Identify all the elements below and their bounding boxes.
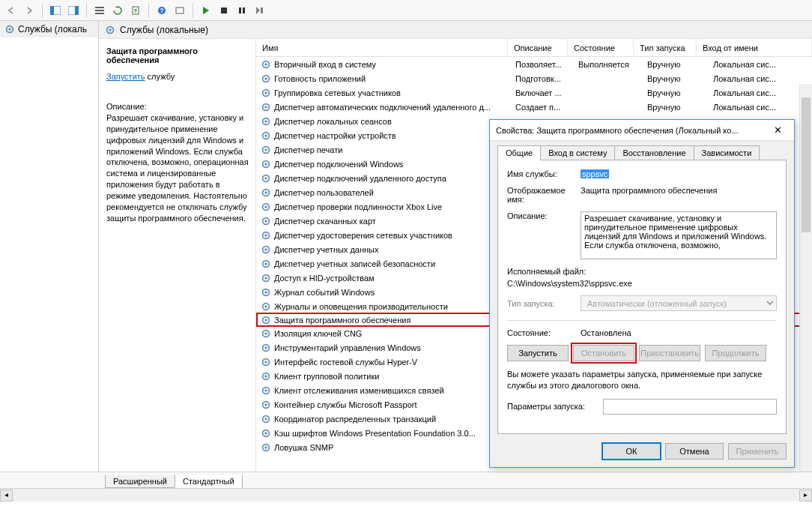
- svg-point-36: [264, 177, 267, 180]
- pause-icon[interactable]: [234, 2, 250, 19]
- svg-point-40: [264, 205, 267, 208]
- svc-logon: Локальная сис...: [713, 60, 812, 69]
- svc-startup: Вручную: [647, 88, 710, 97]
- svc-name: Диспетчер удостоверения сетевых участник…: [274, 231, 512, 240]
- cancel-button[interactable]: Отмена: [665, 443, 724, 460]
- svc-name: Ловушка SNMP: [274, 443, 512, 452]
- svc-name: Диспетчер пользователей: [274, 188, 512, 197]
- startup-select: Автоматически (отложенный запуск): [581, 295, 777, 311]
- vertical-scrollbar[interactable]: [799, 84, 812, 472]
- dialog-title: Свойства: Защита программного обеспечени…: [496, 126, 739, 135]
- svg-point-72: [264, 432, 267, 435]
- horizontal-scrollbar[interactable]: ◄ ►: [0, 488, 812, 502]
- svg-point-54: [264, 305, 267, 308]
- svc-name: Доступ к HID-устройствам: [274, 274, 512, 283]
- properties-dialog: Свойства: Защита программного обеспечени…: [489, 119, 795, 468]
- stop-button: Остановить: [573, 345, 634, 361]
- tab-general[interactable]: Общие: [497, 145, 541, 160]
- svc-name: Контейнер службы Microsoft Passport: [274, 400, 512, 409]
- svg-point-64: [264, 375, 267, 378]
- tab-logon[interactable]: Вход в систему: [540, 145, 615, 160]
- service-title: Защита программного обеспечения: [106, 46, 251, 64]
- col-desc[interactable]: Описание: [508, 39, 568, 56]
- desc-textarea[interactable]: Разрешает скачивание, установку и принуд…: [581, 211, 777, 259]
- svcname-value[interactable]: sppsvc: [581, 169, 609, 178]
- dispname-label: Отображаемое имя:: [507, 186, 575, 204]
- service-row[interactable]: Готовность приложенийПодготовк...Вручную…: [256, 71, 812, 85]
- start-button[interactable]: Запустить: [507, 345, 569, 361]
- stop-icon[interactable]: [216, 2, 232, 19]
- tab-deps[interactable]: Зависимости: [694, 145, 760, 160]
- svg-point-52: [264, 291, 267, 294]
- panel2-icon[interactable]: [65, 2, 82, 19]
- params-note: Вы можете указать параметры запуска, при…: [507, 369, 777, 391]
- svg-point-38: [264, 191, 267, 194]
- svc-name: Готовность приложений: [274, 74, 512, 83]
- svg-point-28: [264, 120, 267, 123]
- col-name[interactable]: Имя: [256, 39, 508, 56]
- help-icon[interactable]: ?: [154, 2, 170, 19]
- state-label: Состояние:: [507, 328, 575, 337]
- svc-startup: Вручную: [647, 74, 710, 83]
- svg-rect-14: [261, 7, 263, 13]
- svg-rect-13: [243, 7, 245, 13]
- svg-point-34: [264, 163, 267, 166]
- svc-name: Диспетчер локальных сеансов: [274, 117, 512, 126]
- svc-name: Координатор распределенных транзакций: [274, 415, 512, 424]
- filter-icon[interactable]: [172, 2, 188, 19]
- tree-item-services[interactable]: Службы (локаль: [0, 21, 98, 37]
- export-icon[interactable]: [127, 2, 144, 19]
- svc-name: Диспетчер учетных записей безопасности: [274, 259, 512, 268]
- col-state[interactable]: Состояние: [568, 39, 634, 56]
- svc-startup: Вручную: [647, 103, 710, 112]
- svc-name: Диспетчер проверки подлинности Xbox Live: [274, 202, 512, 211]
- svc-name: Кэш шрифтов Windows Presentation Foundat…: [274, 429, 512, 438]
- tab-recovery[interactable]: Восстановление: [614, 145, 694, 160]
- service-row[interactable]: Вторичный вход в системуПозволяет...Выпо…: [256, 57, 812, 71]
- start-link[interactable]: Запустить: [106, 72, 145, 81]
- exe-value: C:\Windows\system32\sppsvc.exe: [507, 279, 777, 288]
- refresh-icon[interactable]: [109, 2, 126, 19]
- play-icon[interactable]: [198, 2, 214, 19]
- svc-name: Изоляция ключей CNG: [274, 329, 512, 338]
- svg-point-22: [264, 77, 267, 80]
- svc-name: Клиент групповой политики: [274, 372, 512, 381]
- svg-point-50: [264, 277, 267, 280]
- svg-point-74: [264, 446, 267, 449]
- svc-name: Защита программного обеспечения: [274, 316, 512, 325]
- col-logon[interactable]: Вход от имени: [697, 39, 812, 56]
- content-header: Службы (локальные): [99, 21, 812, 39]
- dialog-tabs: Общие Вход в систему Восстановление Зави…: [490, 141, 794, 160]
- toolbar: ?: [0, 0, 812, 21]
- nav-fwd-icon[interactable]: [21, 2, 37, 19]
- svc-desc: Создает п...: [515, 103, 575, 112]
- restart-icon[interactable]: [252, 2, 268, 19]
- nav-back-icon[interactable]: [3, 2, 19, 19]
- close-icon[interactable]: ✕: [767, 123, 788, 138]
- tab-extended[interactable]: Расширенный: [105, 475, 175, 488]
- params-label: Параметры запуска:: [507, 402, 597, 411]
- svg-point-18: [109, 28, 112, 31]
- pause-button: Приостановить: [639, 345, 700, 361]
- svc-name: Диспетчер скачанных карт: [274, 217, 512, 226]
- ok-button[interactable]: ОК: [602, 443, 661, 460]
- tab-standard[interactable]: Стандартный: [175, 475, 243, 488]
- panel-icon[interactable]: [47, 2, 64, 19]
- svg-text:?: ?: [160, 7, 164, 14]
- svc-name: Диспетчер подключений Windows: [274, 160, 512, 169]
- svc-name: Диспетчер печати: [274, 145, 512, 154]
- svc-logon: Локальная сис...: [713, 103, 812, 112]
- col-startup[interactable]: Тип запуска: [634, 39, 697, 56]
- svg-point-68: [264, 403, 267, 406]
- desc-label: Описание:: [106, 102, 251, 111]
- service-row[interactable]: Группировка сетевых участниковВключает .…: [256, 85, 812, 100]
- svg-point-20: [264, 63, 267, 66]
- svg-rect-6: [95, 13, 104, 14]
- list-icon[interactable]: [91, 2, 108, 19]
- svg-point-44: [264, 234, 267, 237]
- svg-rect-4: [95, 7, 104, 8]
- svc-logon: Локальная сис...: [713, 74, 812, 83]
- service-row[interactable]: Диспетчер автоматических подключений уда…: [256, 100, 812, 114]
- svg-point-56: [264, 319, 267, 322]
- params-input[interactable]: [603, 399, 777, 415]
